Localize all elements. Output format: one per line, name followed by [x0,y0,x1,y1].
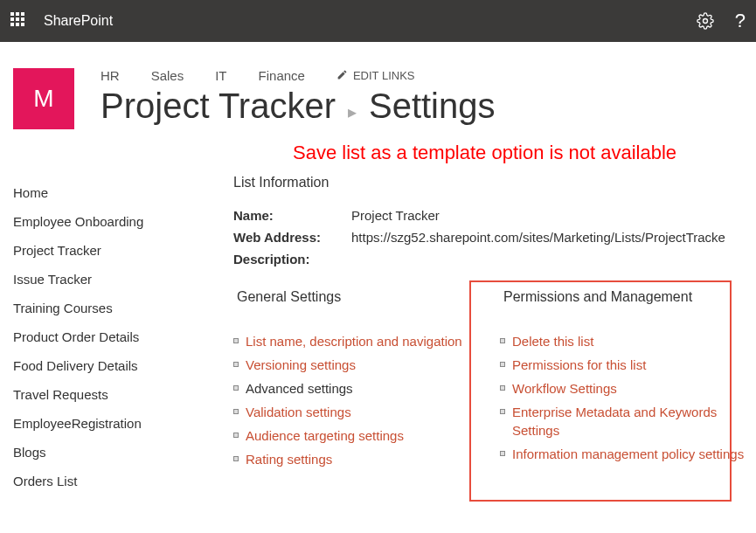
edit-links-button[interactable]: EDIT LINKS [336,69,415,83]
info-url-value: https://szg52.sharepoint.com/sites/Marke… [351,230,756,245]
info-name-value: Project Tracker [351,208,756,223]
nav-item[interactable]: Issue Tracker [13,265,214,294]
settings-link[interactable]: Permissions for this list [512,356,646,374]
settings-item: Advanced settings [233,377,482,400]
nav-item[interactable]: Training Courses [13,294,214,322]
nav-item[interactable]: Project Tracker [13,236,214,265]
settings-link[interactable]: Versioning settings [246,356,356,374]
settings-link[interactable]: Audience targeting settings [246,426,404,445]
permissions-column: Permissions and Management Delete this l… [500,287,749,471]
bullet-icon [233,433,239,438]
bullet-icon [233,338,239,343]
settings-item: List name, description and navigation [233,329,482,353]
bullet-icon [233,362,239,367]
nav-link[interactable]: Finance [259,68,305,83]
settings-item: Enterprise Metadata and Keywords Setting… [500,400,749,442]
page-header: M HR Sales IT Finance EDIT LINKS Project… [0,42,756,138]
settings-item: Rating settings [233,447,482,471]
settings-link[interactable]: Advanced settings [246,379,353,398]
nav-item[interactable]: EmployeeRegistration [13,409,214,438]
nav-item[interactable]: Travel Requests [13,380,214,409]
settings-item: Permissions for this list [500,353,749,377]
bullet-icon [500,338,505,343]
info-desc-label: Description: [233,252,351,266]
list-info-heading: List Information [233,175,756,190]
settings-link[interactable]: Workflow Settings [512,379,617,398]
app-launcher-icon[interactable] [10,12,28,30]
nav-item[interactable]: Employee Onboarding [13,207,214,236]
nav-item[interactable]: Home [13,178,214,207]
nav-item[interactable]: Blogs [13,438,214,467]
settings-item: Workflow Settings [500,377,749,400]
suite-bar: SharePoint ? [0,0,756,42]
permissions-heading: Permissions and Management [500,287,749,329]
nav-item[interactable]: Orders List [13,467,214,495]
top-nav: HR Sales IT Finance EDIT LINKS [101,68,756,83]
settings-link[interactable]: List name, description and navigation [246,332,462,350]
help-icon[interactable]: ? [735,10,746,32]
page-title: Project Tracker ▸ Settings [101,87,756,126]
list-info-table: Name: Project Tracker Web Address: https… [233,204,756,270]
nav-link[interactable]: IT [215,68,226,83]
bullet-icon [500,385,505,391]
bullet-icon [233,385,239,391]
settings-item: Validation settings [233,400,482,424]
settings-item: Delete this list [500,329,749,353]
bullet-icon [500,451,505,456]
settings-link[interactable]: Validation settings [246,403,351,421]
settings-item: Versioning settings [233,353,482,377]
info-name-label: Name: [233,208,351,223]
quick-launch-nav: Home Employee Onboarding Project Tracker… [13,175,214,495]
app-name: SharePoint [44,13,113,29]
bullet-icon [500,409,505,414]
nav-item[interactable]: Food Delivery Details [13,351,214,380]
settings-item: Information management policy settings [500,442,749,466]
settings-item: Audience targeting settings [233,424,482,447]
info-url-label: Web Address: [233,230,351,245]
edit-links-label: EDIT LINKS [353,69,415,82]
general-settings-heading: General Settings [233,287,482,329]
nav-item[interactable]: Product Order Details [13,322,214,351]
gear-icon[interactable] [697,12,714,30]
svg-point-0 [703,19,707,24]
page-title-page: Settings [369,87,496,126]
nav-link[interactable]: HR [101,68,120,83]
settings-link[interactable]: Enterprise Metadata and Keywords Setting… [512,403,749,440]
settings-link[interactable]: Delete this list [512,332,593,350]
page-title-site: Project Tracker [101,87,336,126]
settings-link[interactable]: Information management policy settings [512,445,744,463]
nav-link[interactable]: Sales [151,68,184,83]
bullet-icon [233,456,239,461]
bullet-icon [500,362,505,367]
settings-link[interactable]: Rating settings [246,450,332,468]
general-settings-column: General Settings List name, description … [233,287,482,471]
info-desc-value [351,252,756,266]
chevron-right-icon: ▸ [348,101,357,122]
annotation-text: Save list as a template option is not av… [0,138,756,175]
bullet-icon [233,409,239,414]
settings-content: List Information Name: Project Tracker W… [233,175,756,495]
pencil-icon [336,69,348,83]
site-logo[interactable]: M [13,68,74,129]
